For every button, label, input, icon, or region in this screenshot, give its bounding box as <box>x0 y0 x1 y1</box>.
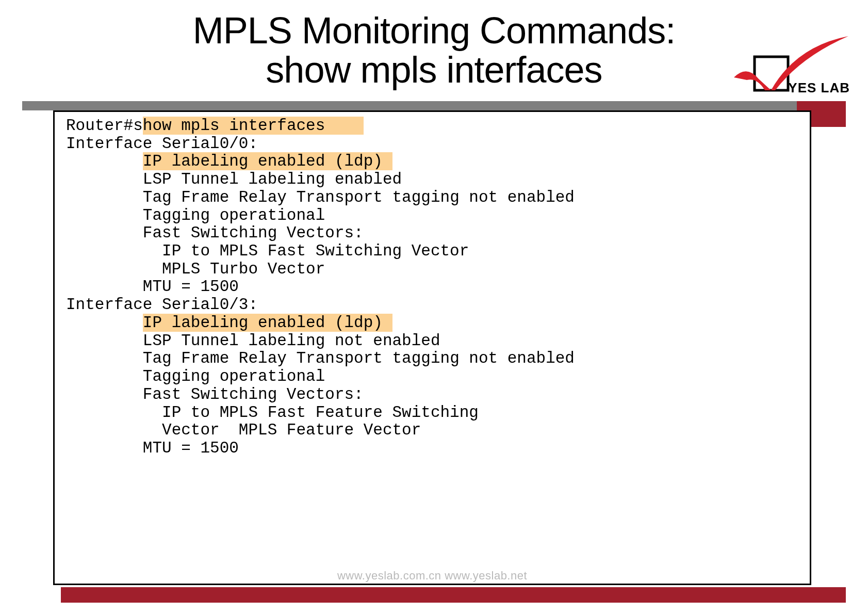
term-row: Interface Serial0/3: <box>66 296 799 314</box>
logo-text: YES LAB <box>788 80 850 96</box>
divider-bar <box>22 101 846 110</box>
term-row: IP to MPLS Fast Feature Switching <box>66 404 799 422</box>
term-row-command: Router#show mpls interfaces <box>66 117 799 135</box>
term-row: Tag Frame Relay Transport tagging not en… <box>66 189 799 207</box>
term-row: IP labeling enabled (ldp) <box>66 153 799 171</box>
highlight-pad <box>383 314 392 332</box>
term-row: Interface Serial0/0: <box>66 135 799 153</box>
watermark-url: www.yeslab.com.cn www.yeslab.net <box>55 570 810 583</box>
title-line-2: show mpls interfaces <box>266 49 602 90</box>
term-row: LSP Tunnel labeling not enabled <box>66 332 799 350</box>
yeslab-logo: YES LAB <box>729 28 850 98</box>
term-row: IP labeling enabled (ldp) <box>66 314 799 332</box>
term-row: Tagging operational <box>66 368 799 386</box>
term-row: LSP Tunnel labeling enabled <box>66 171 799 189</box>
title-line-1: MPLS Monitoring Commands: <box>193 10 675 51</box>
cmd-plain: s <box>133 117 143 135</box>
term-row: Tagging operational <box>66 207 799 225</box>
term-row: MTU = 1500 <box>66 278 799 296</box>
term-row: Vector MPLS Feature Vector <box>66 422 799 440</box>
prompt: Router# <box>66 117 133 135</box>
highlight-ip-label: IP labeling enabled (ldp) <box>143 314 383 332</box>
term-row: Fast Switching Vectors: <box>66 224 799 243</box>
term-row: MPLS Turbo Vector <box>66 261 799 279</box>
highlight-pad <box>383 152 392 170</box>
bottom-accent-bar <box>61 587 846 603</box>
term-row: IP to MPLS Fast Switching Vector <box>66 243 799 261</box>
cmd-highlight: how mpls interfaces <box>143 117 325 135</box>
term-row: Tag Frame Relay Transport tagging not en… <box>66 350 799 368</box>
term-row: Fast Switching Vectors: <box>66 386 799 404</box>
terminal-output: Router#show mpls interfaces Interface Se… <box>53 110 811 585</box>
cmd-highlight-pad <box>325 117 363 135</box>
highlight-ip-label: IP labeling enabled (ldp) <box>143 152 383 170</box>
term-row: MTU = 1500 <box>66 440 799 458</box>
